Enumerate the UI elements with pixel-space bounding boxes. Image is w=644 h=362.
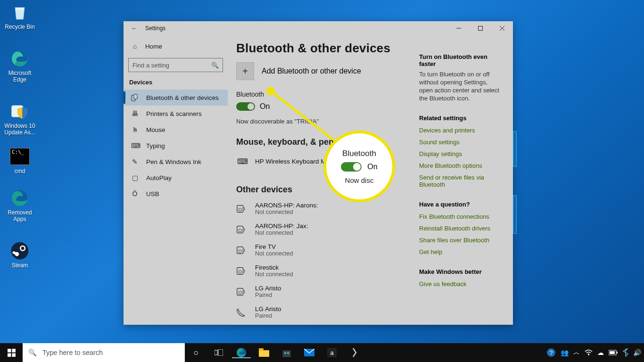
sidebar-item-bluetooth[interactable]: Bluetooth & other devices <box>124 90 228 106</box>
taskbar-app-amazon[interactable]: a <box>321 348 343 357</box>
sidebar-item-label: Bluetooth & other devices <box>146 94 219 101</box>
related-link[interactable]: Sound settings <box>419 136 503 148</box>
bluetooth-tray-icon[interactable] <box>623 348 628 357</box>
taskbar-search[interactable]: 🔍 Type here to search <box>23 343 185 362</box>
device-row[interactable]: Fire TVNot connected <box>236 240 415 261</box>
taskbar-app-explorer[interactable] <box>253 348 275 357</box>
related-link[interactable]: Share files over Bluetooth <box>419 234 503 246</box>
svg-rect-31 <box>12 349 16 353</box>
svg-rect-35 <box>218 349 223 356</box>
search-placeholder: Type here to search <box>42 349 103 356</box>
chevron-up-icon[interactable]: ︿ <box>573 348 580 357</box>
start-button[interactable] <box>0 343 23 362</box>
svg-point-47 <box>588 354 590 355</box>
search-placeholder: Find a setting <box>132 62 169 69</box>
svg-rect-38 <box>259 348 264 351</box>
plus-icon[interactable]: + <box>236 62 254 80</box>
svg-rect-39 <box>283 351 290 357</box>
svg-rect-49 <box>617 352 618 354</box>
sidebar-item-usb[interactable]: Ö USB <box>124 186 228 202</box>
device-row[interactable]: LG AristoPaired <box>236 302 415 323</box>
back-button[interactable]: ← <box>124 25 145 32</box>
sidebar-item-mouse[interactable]: 🖱 Mouse <box>124 122 228 138</box>
icon-label: cmd <box>2 168 38 174</box>
window-title: Settings <box>145 25 165 32</box>
related-link[interactable]: More Bluetooth options <box>419 160 503 172</box>
discoverable-text: Now discoverable as "TRICIA" <box>236 113 415 135</box>
device-name: LG Aristo <box>255 305 281 313</box>
sidebar-item-typing[interactable]: ⌨ Typing <box>124 138 228 154</box>
desktop-icon-edge[interactable]: Microsoft Edge <box>2 48 38 83</box>
taskbar-app-mail[interactable] <box>298 349 321 356</box>
minimize-button[interactable] <box>448 21 470 35</box>
device-row[interactable]: AARONS-HP: Jax:Not connected <box>236 219 415 240</box>
sidebar-home[interactable]: ⌂ Home <box>124 37 228 55</box>
search-icon: 🔍 <box>28 349 37 357</box>
taskbar-app-edge[interactable] <box>230 347 253 358</box>
device-name: Fire TV <box>255 243 293 250</box>
taskbar-app-unknown[interactable] <box>343 347 366 358</box>
volume-icon[interactable]: 🔊 <box>633 349 641 356</box>
keyboard-icon: ⌨ <box>236 157 248 166</box>
desktop-icon-steam[interactable]: Steam <box>2 240 38 269</box>
svg-text:a: a <box>330 349 334 356</box>
taskbar-app-store[interactable] <box>275 348 298 357</box>
device-row[interactable]: Living Room <box>236 323 415 325</box>
search-input[interactable]: Find a setting 🔍 <box>128 58 223 72</box>
battery-icon[interactable] <box>609 350 618 355</box>
sidebar-item-autoplay[interactable]: ▢ AutoPlay <box>124 170 228 186</box>
maximize-button[interactable] <box>470 21 491 35</box>
add-device-row[interactable]: + Add Bluetooth or other device <box>236 62 415 80</box>
edge-icon <box>9 188 30 208</box>
related-link[interactable]: Reinstall Bluetooth drivers <box>419 222 503 234</box>
aside-pane: Turn on Bluetooth even faster To turn Bl… <box>419 39 513 325</box>
pen-icon: ✎ <box>131 158 139 165</box>
shield-icon <box>9 101 30 122</box>
selection-hint <box>513 195 517 234</box>
related-link[interactable]: Fix Bluetooth connections <box>419 211 503 222</box>
sidebar-item-pen[interactable]: ✎ Pen & Windows Ink <box>124 154 228 170</box>
device-status: Not connected <box>255 230 308 237</box>
sidebar-item-printers[interactable]: 🖶 Printers & scanners <box>124 106 228 122</box>
desktop-icon-removed-apps[interactable]: Removed Apps <box>2 188 38 222</box>
system-tray: ? 👥 ︿ ☁ 🔊 <box>546 343 644 362</box>
svg-point-15 <box>239 208 241 211</box>
related-link[interactable]: Give us feedback <box>419 278 503 290</box>
callout-label: Bluetooth <box>342 149 376 158</box>
device-row[interactable]: FirestickNot connected <box>236 261 415 281</box>
icon-label: Steam <box>2 262 38 269</box>
sidebar-item-label: Typing <box>146 142 165 149</box>
device-row[interactable]: AARONS-HP: Aarons:Not connected <box>236 198 415 219</box>
mouse-icon: 🖱 <box>131 126 139 133</box>
content-pane: Bluetooth & other devices + Add Bluetoot… <box>236 39 419 325</box>
svg-rect-37 <box>259 350 269 357</box>
bluetooth-toggle[interactable] <box>341 162 362 172</box>
desktop-icon-cmd[interactable]: C:\_ cmd <box>2 146 38 174</box>
icon-label: Removed Apps <box>2 209 38 222</box>
toggle-state: On <box>367 163 377 171</box>
related-link[interactable]: Get help <box>419 246 503 258</box>
device-status: Paired <box>255 292 281 299</box>
help-icon[interactable]: ? <box>546 348 556 357</box>
svg-point-19 <box>239 250 241 253</box>
device-row[interactable]: LG AristoPaired <box>236 281 415 302</box>
cortana-icon[interactable]: ○ <box>185 348 207 358</box>
desktop-icon-recycle-bin[interactable]: Recycle Bin <box>2 2 38 30</box>
aside-text: To turn Bluetooth on or off without open… <box>419 70 503 115</box>
bluetooth-toggle[interactable] <box>236 102 255 111</box>
related-link[interactable]: Display settings <box>419 148 503 160</box>
related-link[interactable]: Devices and printers <box>419 124 503 136</box>
svg-rect-9 <box>479 26 483 31</box>
speaker-icon <box>236 224 248 235</box>
search-icon: 🔍 <box>211 62 219 69</box>
close-button[interactable] <box>491 21 513 35</box>
svg-rect-34 <box>215 350 217 355</box>
icon-label: Microsoft Edge <box>2 70 38 83</box>
edge-icon <box>9 48 30 69</box>
related-link[interactable]: Send or receive files via Bluetooth <box>419 172 503 190</box>
wifi-icon[interactable] <box>585 349 593 356</box>
desktop-icon-update-assistant[interactable]: Windows 10 Update As... <box>2 101 38 136</box>
task-view-icon[interactable] <box>207 349 230 356</box>
people-icon[interactable]: 👥 <box>561 349 569 356</box>
onedrive-icon[interactable]: ☁ <box>597 349 604 356</box>
